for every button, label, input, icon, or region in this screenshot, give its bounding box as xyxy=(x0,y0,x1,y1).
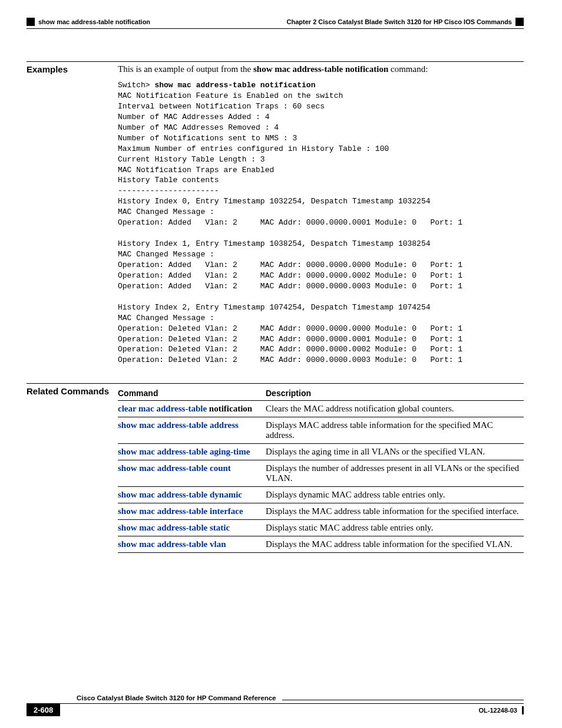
command-link[interactable]: clear mac address-table xyxy=(118,404,207,413)
command-cell: show mac address-table count xyxy=(118,460,266,487)
examples-intro: This is an example of output from the sh… xyxy=(118,64,524,74)
table-row: show mac address-table interfaceDisplays… xyxy=(118,503,524,520)
page-footer: Cisco Catalyst Blade Switch 3120 for HP … xyxy=(27,694,524,716)
description-cell: Displays the aging time in all VLANs or … xyxy=(266,444,524,460)
description-cell: Displays the MAC address table informati… xyxy=(266,536,524,553)
header-rule xyxy=(27,28,524,29)
examples-intro-pre: This is an example of output from the xyxy=(118,64,253,74)
description-cell: Displays the MAC address table informati… xyxy=(266,503,524,520)
page-number: 2-608 xyxy=(27,704,60,716)
doc-id: OL-12248-03 xyxy=(479,707,517,714)
command-cell: show mac address-table aging-time xyxy=(118,444,266,460)
table-row: clear mac address-table notificationClea… xyxy=(118,401,524,417)
command-plain: notification xyxy=(207,404,252,413)
command-cell: show mac address-table vlan xyxy=(118,536,266,553)
header-left-mark xyxy=(27,18,35,26)
description-cell: Clears the MAC address notification glob… xyxy=(266,401,524,417)
command-link[interactable]: show mac address-table vlan xyxy=(118,539,226,549)
related-commands-section: Related Commands Command Description cle… xyxy=(27,383,524,553)
description-cell: Displays dynamic MAC address table entri… xyxy=(266,487,524,503)
description-cell: Displays the number of addresses present… xyxy=(266,460,524,487)
related-commands-table: Command Description clear mac address-ta… xyxy=(118,386,524,553)
examples-heading: Examples xyxy=(27,64,118,74)
command-link[interactable]: show mac address-table address xyxy=(118,420,239,430)
command-link[interactable]: show mac address-table dynamic xyxy=(118,490,242,499)
cli-prompt: Switch> xyxy=(118,81,154,90)
command-link[interactable]: show mac address-table aging-time xyxy=(118,447,250,456)
chapter-title: Chapter 2 Cisco Catalyst Blade Switch 31… xyxy=(287,18,512,25)
cli-output: Switch> show mac address-table notificat… xyxy=(118,80,524,365)
command-cell: clear mac address-table notification xyxy=(118,401,266,417)
running-section: show mac address-table notification xyxy=(38,18,150,25)
table-row: show mac address-table vlanDisplays the … xyxy=(118,536,524,553)
description-cell: Displays MAC address table information f… xyxy=(266,417,524,444)
command-cell: show mac address-table address xyxy=(118,417,266,444)
table-row: show mac address-table aging-timeDisplay… xyxy=(118,444,524,460)
table-row: show mac address-table countDisplays the… xyxy=(118,460,524,487)
table-header-command: Command xyxy=(118,386,266,401)
command-cell: show mac address-table interface xyxy=(118,503,266,520)
footer-book-title: Cisco Catalyst Blade Switch 3120 for HP … xyxy=(77,694,276,701)
cli-body: MAC Notification Feature is Enabled on t… xyxy=(118,91,462,364)
table-row: show mac address-table addressDisplays M… xyxy=(118,417,524,444)
examples-intro-cmd: show mac address-table notification xyxy=(253,64,388,74)
examples-intro-post: command: xyxy=(388,64,428,74)
table-row: show mac address-table staticDisplays st… xyxy=(118,520,524,536)
table-row: show mac address-table dynamicDisplays d… xyxy=(118,487,524,503)
command-cell: show mac address-table dynamic xyxy=(118,487,266,503)
header-right-mark xyxy=(515,18,524,26)
command-link[interactable]: show mac address-table count xyxy=(118,463,231,473)
command-link[interactable]: show mac address-table interface xyxy=(118,506,243,516)
footer-title-rule xyxy=(282,700,524,700)
command-link[interactable]: show mac address-table static xyxy=(118,523,230,532)
related-commands-heading: Related Commands xyxy=(27,386,118,396)
footer-right-mark xyxy=(522,706,524,714)
cli-command: show mac address-table notification xyxy=(154,81,315,90)
description-cell: Displays static MAC address table entrie… xyxy=(266,520,524,536)
command-cell: show mac address-table static xyxy=(118,520,266,536)
table-header-description: Description xyxy=(266,386,524,401)
examples-section: Examples This is an example of output fr… xyxy=(27,61,524,365)
